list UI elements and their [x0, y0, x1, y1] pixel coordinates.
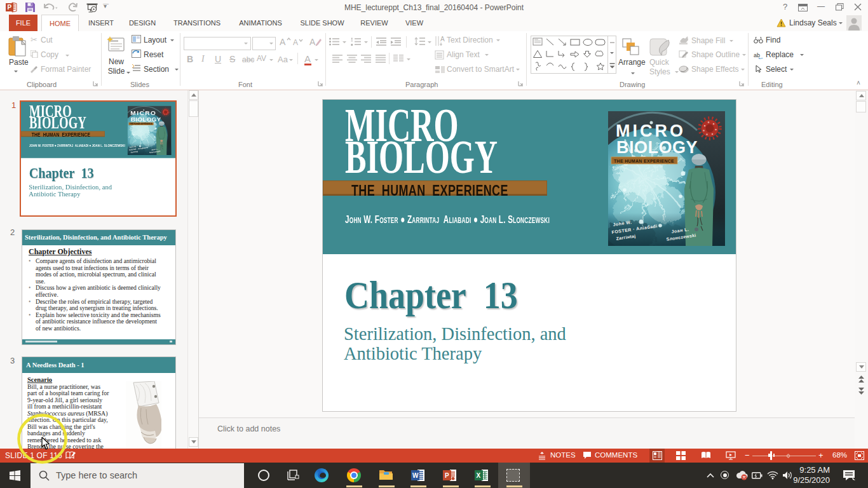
svg-text:A: A: [440, 36, 445, 43]
svg-text:→ac: →ac: [754, 57, 763, 59]
svg-text:P: P: [445, 472, 449, 479]
svg-text:A: A: [293, 38, 298, 46]
svg-text:W: W: [412, 472, 419, 479]
svg-text:X: X: [477, 472, 481, 479]
svg-text:A: A: [280, 37, 286, 46]
svg-text:A: A: [309, 37, 316, 47]
svg-text:P: P: [8, 4, 12, 11]
